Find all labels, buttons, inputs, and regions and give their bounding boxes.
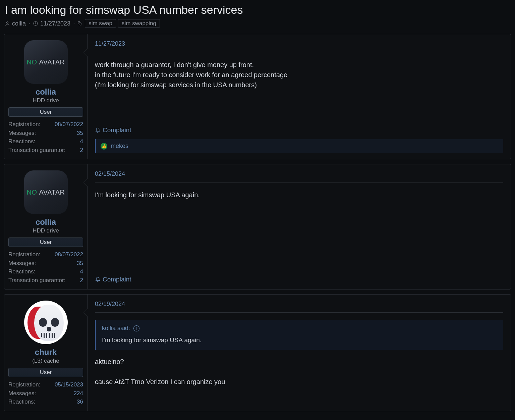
svg-point-2 bbox=[79, 22, 79, 23]
thread-header: I am looking for simswap USA number serv… bbox=[0, 0, 515, 34]
tag-sim-swap[interactable]: sim swap bbox=[85, 19, 116, 28]
username-link[interactable]: churk bbox=[8, 348, 83, 357]
post: churk (L3) cache User Registration:05/15… bbox=[4, 294, 511, 411]
post-date[interactable]: 02/15/2024 bbox=[95, 170, 503, 182]
post-content: 11/27/2023 work through a guarantor, I d… bbox=[88, 34, 511, 159]
role-badge: User bbox=[8, 238, 83, 247]
post: NOAVATAR collia HDD drive User Registrat… bbox=[4, 34, 511, 159]
svg-point-0 bbox=[6, 22, 8, 23]
post-content: 02/19/2024 kollia said: ↑ I'm looking fo… bbox=[88, 295, 511, 411]
expand-up-icon[interactable]: ↑ bbox=[133, 325, 139, 331]
username-link[interactable]: collia bbox=[8, 87, 83, 97]
user-icon bbox=[5, 21, 10, 26]
thread-author[interactable]: collia bbox=[12, 20, 26, 27]
bell-icon bbox=[95, 277, 101, 282]
user-panel: NOAVATAR collia HDD drive User Registrat… bbox=[4, 164, 88, 289]
arrow-icon bbox=[83, 178, 88, 187]
thumbs-up-icon: 👍 bbox=[101, 143, 107, 150]
post-content: 02/15/2024 I'm looking for simswap USA a… bbox=[88, 164, 511, 289]
thread-meta: collia · 11/27/2023 · sim swap sim swapp… bbox=[5, 19, 510, 28]
avatar[interactable]: NOAVATAR bbox=[24, 170, 68, 214]
user-panel: churk (L3) cache User Registration:05/15… bbox=[4, 295, 88, 411]
user-title: HDD drive bbox=[8, 227, 83, 234]
username-link[interactable]: collia bbox=[8, 217, 83, 227]
tag-icon bbox=[77, 21, 83, 26]
post-body: work through a guarantor, I don't give m… bbox=[95, 60, 503, 117]
post-date[interactable]: 11/27/2023 bbox=[95, 40, 503, 52]
user-stats: Registration:08/07/2022 Messages:35 Reac… bbox=[8, 120, 83, 154]
user-panel: NOAVATAR collia HDD drive User Registrat… bbox=[4, 34, 88, 159]
arrow-icon bbox=[83, 309, 88, 317]
user-stats: Registration:05/15/2023 Messages:224 Rea… bbox=[8, 380, 83, 406]
complaint-button[interactable]: Complaint bbox=[95, 276, 503, 283]
post-body: aktuelno? cause At&T Tmo Verizon I can o… bbox=[95, 357, 503, 405]
clock-icon bbox=[33, 21, 38, 26]
reactions-bar[interactable]: 👍 mekes bbox=[95, 139, 503, 153]
user-title: (L3) cache bbox=[8, 358, 83, 364]
quote-body: I'm looking for simswap USA again. bbox=[102, 336, 497, 344]
user-stats: Registration:08/07/2022 Messages:35 Reac… bbox=[8, 250, 83, 284]
tag-sim-swapping[interactable]: sim swapping bbox=[118, 19, 160, 28]
bell-icon bbox=[95, 127, 101, 133]
reaction-user[interactable]: mekes bbox=[111, 143, 128, 150]
quote-author-link[interactable]: kollia said: ↑ bbox=[102, 325, 497, 332]
post-body: I'm looking for simswap USA again. bbox=[95, 190, 503, 266]
thread-date[interactable]: 11/27/2023 bbox=[40, 20, 70, 27]
user-title: HDD drive bbox=[8, 97, 83, 104]
role-badge: User bbox=[8, 368, 83, 377]
post-date[interactable]: 02/19/2024 bbox=[95, 301, 503, 313]
role-badge: User bbox=[8, 107, 83, 117]
thread-title: I am looking for simswap USA number serv… bbox=[5, 3, 510, 16]
post: NOAVATAR collia HDD drive User Registrat… bbox=[4, 164, 511, 290]
quote-block: kollia said: ↑ I'm looking for simswap U… bbox=[95, 320, 503, 350]
complaint-button[interactable]: Complaint bbox=[95, 126, 503, 134]
avatar[interactable]: NOAVATAR bbox=[24, 40, 68, 84]
posts-list: NOAVATAR collia HDD drive User Registrat… bbox=[0, 34, 515, 411]
avatar[interactable] bbox=[24, 301, 68, 344]
arrow-icon bbox=[83, 48, 88, 56]
